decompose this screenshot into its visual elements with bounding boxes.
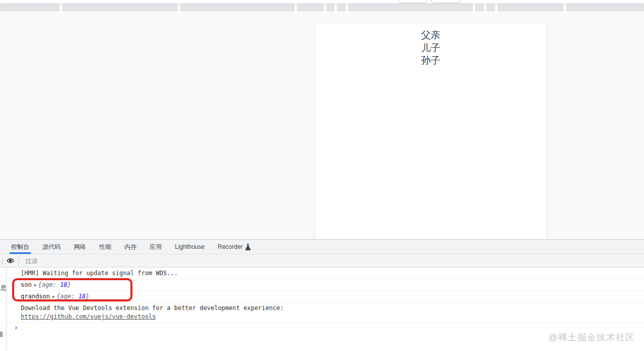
console-message-list: [HMR] Waiting for update signal from WDS… [7,268,644,332]
object-preview-number: 18 [60,281,67,288]
tab-network[interactable]: 网络 [67,240,93,254]
live-expression-eye-icon[interactable] [7,257,14,265]
log-text: [HMR] Waiting for update signal from WDS… [21,270,178,277]
tab-application[interactable]: 应用 [143,240,168,254]
juejin-watermark: @稀土掘金技术社区 [548,331,635,343]
tab-console[interactable]: 控制台 [5,240,36,254]
tab-recorder-label: Recorder [218,243,243,250]
browser-tab-ghost [348,4,473,12]
prompt-chevron-icon: › [14,323,18,332]
browser-tab-ghost [497,4,564,12]
tab-performance-label: 性能 [99,243,111,251]
tab-memory[interactable]: 内存 [118,240,143,254]
browser-chrome-strip [0,0,644,12]
object-preview-number: 18 [78,293,85,300]
object-preview-close: } [67,281,71,288]
console-body: 息 题 [HMR] Waiting for update signal from… [0,268,644,350]
tab-lighthouse[interactable]: Lighthouse [168,240,211,254]
tab-memory-label: 内存 [124,243,136,251]
toolbar-divider [2,257,3,265]
browser-tab-ghost [180,4,295,12]
console-row-grandson: grandson▶{age: 18} [7,291,644,302]
toolbar-divider [19,257,19,265]
browser-tab-row [0,4,644,12]
browser-tab-ghost [297,4,324,12]
console-row-hmr: [HMR] Waiting for update signal from WDS… [7,268,644,279]
browser-tab-ghost [475,4,484,12]
console-prompt-row[interactable]: › [7,323,644,332]
tab-application-label: 应用 [150,243,162,251]
dialog-button-partial[interactable] [431,0,460,3]
console-filter-input[interactable] [25,257,147,265]
vertical-side-strip: 息 题 [0,268,7,350]
browser-tab-ghost [337,4,346,12]
object-preview-close: } [85,293,89,300]
vue-app-panel: 父亲 儿子 孙子 [315,23,546,239]
grandson-text: 孙子 [315,54,546,67]
tab-lighthouse-label: Lighthouse [175,243,205,250]
log-text: Download the Vue Devtools extension for … [21,304,641,312]
tab-sources-label: 源代码 [42,243,61,251]
expand-triangle-icon[interactable]: ▶ [50,294,57,299]
side-strip-char-top: 息 [1,284,7,292]
vue-devtools-link[interactable]: https://github.com/vuejs/vue-devtools [21,313,156,320]
browser-tab-ghost [326,4,335,12]
browser-tab-ghost [62,4,178,12]
expand-triangle-icon[interactable]: ▶ [32,283,38,287]
tab-recorder[interactable]: Recorder [211,240,257,254]
side-strip-char-bottom: 题 [0,330,3,339]
dialog-button-partial[interactable] [398,0,427,3]
devtools-panel: 控制台 源代码 网络 性能 内存 应用 Lighthouse Recorder … [0,239,644,351]
object-preview-open: {age: [57,293,78,300]
tab-sources[interactable]: 源代码 [36,240,67,254]
browser-tab-ghost [0,4,60,12]
component-text-block: 父亲 儿子 孙子 [315,23,546,67]
object-name: son [21,281,32,288]
object-preview-open: {age: [38,281,60,288]
father-text: 父亲 [315,29,546,41]
console-row-vue-devtools: Download the Vue Devtools extension for … [7,302,644,323]
son-text: 儿子 [315,41,546,54]
tab-performance[interactable]: 性能 [93,240,118,254]
console-row-son: son▶{age: 18} [7,279,644,291]
flask-icon [245,244,251,250]
browser-tab-ghost [486,4,495,12]
tab-console-label: 控制台 [11,243,29,251]
tab-network-label: 网络 [74,243,86,251]
browser-tab-ghost [566,4,644,12]
page-viewport: 父亲 儿子 孙子 [0,12,644,239]
devtools-tab-bar: 控制台 源代码 网络 性能 内存 应用 Lighthouse Recorder [0,240,644,254]
object-name: grandson [21,293,50,300]
console-toolbar [0,254,644,268]
